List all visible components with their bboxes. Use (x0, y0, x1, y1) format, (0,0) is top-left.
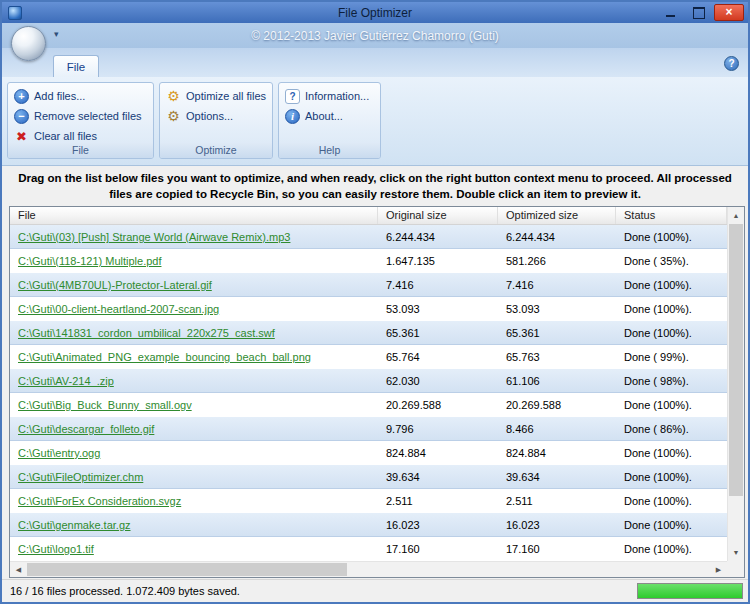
group-label-file: File (8, 143, 153, 158)
status-cell: Done (100%). (616, 471, 727, 483)
original-size-cell: 2.511 (378, 495, 498, 507)
table-row[interactable]: C:\Guti\(4MB70UL)-Protector-Lateral.gif … (10, 273, 727, 297)
table-row[interactable]: C:\Guti\(118-121) Multiple.pdf 1.647.135… (10, 249, 727, 273)
file-link[interactable]: C:\Guti\AV-214_.zip (18, 375, 114, 387)
file-link[interactable]: C:\Guti\FileOptimizer.chm (18, 471, 143, 483)
ribbon-tab-row: File ? (2, 48, 748, 77)
application-menu-orb[interactable] (11, 26, 46, 61)
optimized-size-cell: 2.511 (498, 495, 616, 507)
scroll-up-icon[interactable]: ▲ (728, 207, 744, 224)
copyright-text: © 2012-2013 Javier Gutiérrez Chamorro (G… (251, 29, 499, 43)
original-size-cell: 39.634 (378, 471, 498, 483)
optimized-size-cell: 8.466 (498, 423, 616, 435)
table-row[interactable]: C:\Guti\entry.ogg 824.884 824.884 Done (… (10, 441, 727, 465)
file-link[interactable]: C:\Guti\descargar_folleto.gif (18, 423, 154, 435)
optimized-size-cell: 61.106 (498, 375, 616, 387)
optimized-size-cell: 39.634 (498, 471, 616, 483)
file-link[interactable]: C:\Guti\(118-121) Multiple.pdf (18, 255, 161, 267)
close-button[interactable] (714, 4, 744, 21)
file-link[interactable]: C:\Guti\logo1.tif (18, 543, 94, 555)
file-link[interactable]: C:\Guti\(03) [Push] Strange World (Airwa… (18, 231, 290, 243)
add-file-icon (14, 89, 29, 104)
scroll-left-icon[interactable]: ◀ (10, 562, 27, 577)
file-link[interactable]: C:\Guti\genmake.tar.gz (18, 519, 131, 531)
file-link[interactable]: C:\Guti\00-client-heartland-2007-scan.jp… (18, 303, 219, 315)
column-header-original-size[interactable]: Original size (378, 207, 498, 224)
vertical-scroll-thumb[interactable] (729, 224, 743, 496)
file-list: File Original size Optimized size Status… (9, 206, 745, 578)
file-link[interactable]: C:\Guti\ForEx Consideration.svgz (18, 495, 181, 507)
information-button[interactable]: Information... (282, 86, 377, 106)
about-button[interactable]: About... (282, 106, 377, 126)
optimized-size-cell: 824.884 (498, 447, 616, 459)
horizontal-scroll-thumb[interactable] (27, 563, 347, 576)
table-row[interactable]: C:\Guti\ForEx Consideration.svgz 2.511 2… (10, 489, 727, 513)
original-size-cell: 62.030 (378, 375, 498, 387)
column-header-file[interactable]: File (10, 207, 378, 224)
status-cell: Done ( 86%). (616, 423, 727, 435)
file-link[interactable]: C:\Guti\Big_Buck_Bunny_small.ogv (18, 399, 192, 411)
original-size-cell: 7.416 (378, 279, 498, 291)
file-link[interactable]: C:\Guti\entry.ogg (18, 447, 100, 459)
table-row[interactable]: C:\Guti\genmake.tar.gz 16.023 16.023 Don… (10, 513, 727, 537)
original-size-cell: 6.244.434 (378, 231, 498, 243)
title-bar: File Optimizer (2, 2, 748, 23)
horizontal-scrollbar[interactable]: ◀ ▶ (10, 561, 727, 577)
progress-fill (638, 584, 742, 598)
original-size-cell: 824.884 (378, 447, 498, 459)
optimized-size-cell: 65.361 (498, 327, 616, 339)
window-title: File Optimizer (2, 6, 748, 20)
help-icon[interactable]: ? (724, 56, 739, 71)
original-size-cell: 9.796 (378, 423, 498, 435)
minimize-button[interactable] (658, 4, 683, 21)
original-size-cell: 1.647.135 (378, 255, 498, 267)
file-list-header: File Original size Optimized size Status (10, 207, 727, 225)
table-row[interactable]: C:\Guti\00-client-heartland-2007-scan.jp… (10, 297, 727, 321)
add-files-button[interactable]: Add files... (11, 86, 150, 106)
optimized-size-cell: 17.160 (498, 543, 616, 555)
status-cell: Done (100%). (616, 495, 727, 507)
remove-selected-files-button[interactable]: Remove selected files (11, 106, 150, 126)
file-list-body: C:\Guti\(03) [Push] Strange World (Airwa… (10, 225, 727, 561)
add-files-label: Add files... (34, 90, 85, 102)
clear-files-icon (14, 129, 29, 144)
remove-file-icon (14, 109, 29, 124)
status-bar: 16 / 16 files processed. 1.072.409 bytes… (2, 579, 748, 602)
table-row[interactable]: C:\Guti\descargar_folleto.gif 9.796 8.46… (10, 417, 727, 441)
table-row[interactable]: C:\Guti\Animated_PNG_example_bouncing_be… (10, 345, 727, 369)
status-cell: Done ( 35%). (616, 255, 727, 267)
status-cell: Done (100%). (616, 399, 727, 411)
file-link[interactable]: C:\Guti\141831_cordon_umbilical_220x275_… (18, 327, 275, 339)
table-row[interactable]: C:\Guti\Big_Buck_Bunny_small.ogv 20.269.… (10, 393, 727, 417)
content-area: Drag on the list below files you want to… (2, 166, 748, 602)
table-row[interactable]: C:\Guti\AV-214_.zip 62.030 61.106 Done (… (10, 369, 727, 393)
options-button[interactable]: Options... (163, 106, 269, 126)
file-link[interactable]: C:\Guti\(4MB70UL)-Protector-Lateral.gif (18, 279, 212, 291)
optimized-size-cell: 16.023 (498, 519, 616, 531)
scroll-down-icon[interactable]: ▼ (728, 544, 744, 561)
table-row[interactable]: C:\Guti\141831_cordon_umbilical_220x275_… (10, 321, 727, 345)
status-cell: Done ( 98%). (616, 375, 727, 387)
ribbon-caption-bar: © 2012-2013 Javier Gutiérrez Chamorro (G… (2, 23, 748, 48)
vertical-scrollbar[interactable]: ▲ ▼ (727, 207, 744, 561)
optimize-all-files-button[interactable]: Optimize all files (163, 86, 269, 106)
column-header-optimized-size[interactable]: Optimized size (498, 207, 616, 224)
about-label: About... (305, 110, 343, 122)
table-row[interactable]: C:\Guti\logo1.tif 17.160 17.160 Done (10… (10, 537, 727, 561)
optimize-all-label: Optimize all files (186, 90, 266, 102)
remove-files-label: Remove selected files (34, 110, 142, 122)
app-window: File Optimizer © 2012-2013 Javier Gutiér… (0, 0, 750, 604)
scrollbar-corner (727, 561, 744, 577)
scroll-right-icon[interactable]: ▶ (710, 562, 727, 577)
tab-file[interactable]: File (53, 55, 99, 77)
status-text: 16 / 16 files processed. 1.072.409 bytes… (10, 585, 240, 597)
original-size-cell: 17.160 (378, 543, 498, 555)
table-row[interactable]: C:\Guti\FileOptimizer.chm 39.634 39.634 … (10, 465, 727, 489)
maximize-button[interactable] (686, 4, 711, 21)
original-size-cell: 20.269.588 (378, 399, 498, 411)
column-header-status[interactable]: Status (616, 207, 727, 224)
file-link[interactable]: C:\Guti\Animated_PNG_example_bouncing_be… (18, 351, 311, 363)
table-row[interactable]: C:\Guti\(03) [Push] Strange World (Airwa… (10, 225, 727, 249)
status-cell: Done (100%). (616, 279, 727, 291)
quick-access-dropdown-icon[interactable]: ▾ (54, 29, 59, 39)
